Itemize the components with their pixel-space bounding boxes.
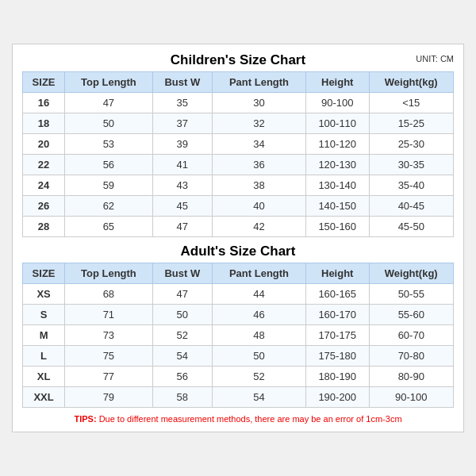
adults-col-pant-length: Pant Length xyxy=(213,263,306,284)
children-col-weight: Weight(kg) xyxy=(369,72,454,93)
adults-col-height: Height xyxy=(305,263,369,284)
children-col-bust-w: Bust W xyxy=(152,72,212,93)
adults-col-bust-w: Bust W xyxy=(152,263,212,284)
size-chart-container: Children's Size Chart UNIT: CM SIZE Top … xyxy=(12,44,464,432)
tips-text: Due to different measurement methods, th… xyxy=(99,414,402,424)
table-row: XXL795854190-20090-100 xyxy=(23,387,454,408)
children-table: SIZE Top Length Bust W Pant Length Heigh… xyxy=(22,71,454,237)
unit-label: UNIT: CM xyxy=(416,54,454,63)
adults-title: Adult's Size Chart xyxy=(181,244,296,259)
table-row: 26624540140-15040-45 xyxy=(23,196,454,217)
children-col-size: SIZE xyxy=(23,72,65,93)
children-col-pant-length: Pant Length xyxy=(213,72,306,93)
table-row: L755450175-18070-80 xyxy=(23,346,454,367)
table-row: 24594338130-14035-40 xyxy=(23,175,454,196)
children-title-row: Children's Size Chart UNIT: CM xyxy=(22,52,454,68)
adults-col-weight: Weight(kg) xyxy=(369,263,454,284)
table-row: S715046160-17055-60 xyxy=(23,305,454,325)
table-row: 1647353090-100<15 xyxy=(23,93,454,113)
table-row: M735248170-17560-70 xyxy=(23,325,454,346)
table-row: 28654742150-16045-50 xyxy=(23,217,454,237)
adults-title-row: Adult's Size Chart xyxy=(22,244,454,259)
tips-row: TIPS: Due to different measurement metho… xyxy=(22,414,454,424)
children-title: Children's Size Chart xyxy=(171,52,305,68)
children-header-row: SIZE Top Length Bust W Pant Length Heigh… xyxy=(23,72,454,93)
adults-table: SIZE Top Length Bust W Pant Length Heigh… xyxy=(22,263,454,408)
adults-col-top-length: Top Length xyxy=(65,263,152,284)
adults-col-size: SIZE xyxy=(23,263,65,284)
adults-header-row: SIZE Top Length Bust W Pant Length Heigh… xyxy=(23,263,454,284)
tips-label: TIPS: xyxy=(74,414,96,424)
table-row: 22564136120-13030-35 xyxy=(23,155,454,175)
table-row: 18503732100-11015-25 xyxy=(23,113,454,134)
table-row: XL775652180-19080-90 xyxy=(23,367,454,387)
children-col-height: Height xyxy=(305,72,369,93)
children-col-top-length: Top Length xyxy=(65,72,152,93)
table-row: XS684744160-16550-55 xyxy=(23,284,454,305)
table-row: 20533934110-12025-30 xyxy=(23,134,454,155)
